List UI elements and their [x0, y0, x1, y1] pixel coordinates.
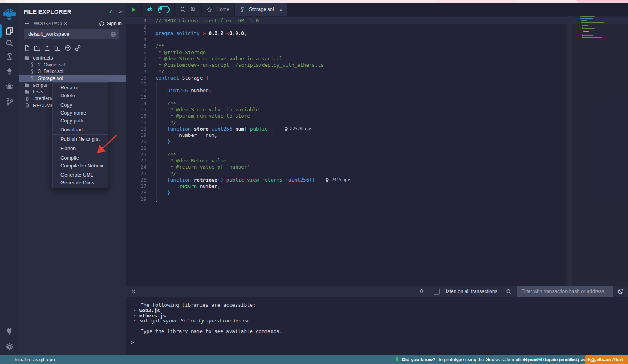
double-chevron-down-icon[interactable]	[131, 289, 137, 295]
line-number: 22	[126, 151, 153, 157]
copilot-toggle-on[interactable]	[158, 6, 170, 13]
deploy-run-icon[interactable]	[0, 65, 19, 78]
terminal-line: •web3.js	[126, 308, 628, 313]
line-number: 19	[126, 132, 153, 138]
listen-all-checkbox[interactable]	[434, 289, 440, 295]
line-number: 5	[126, 43, 153, 49]
line-number: 14	[126, 100, 153, 106]
line-number: 20	[126, 138, 153, 144]
search-icon[interactable]	[506, 289, 512, 295]
settings-icon[interactable]	[0, 340, 19, 353]
menu-item-rename[interactable]: Rename	[53, 84, 108, 92]
git-icon[interactable]	[0, 95, 19, 108]
menu-item-generate-uml[interactable]: Generate UML	[53, 171, 108, 179]
transaction-filter-input[interactable]	[517, 286, 613, 297]
code-line-4: 4	[126, 36, 628, 43]
code-editor[interactable]: 1// SPDX-License-Identifier: GPL-3.023pr…	[126, 16, 628, 286]
code-line-9: 9 */	[126, 68, 628, 75]
new-folder-icon[interactable]	[34, 45, 40, 51]
minimap[interactable]	[580, 16, 622, 40]
zoom-out-icon[interactable]	[180, 6, 186, 13]
hamburger-icon[interactable]	[24, 21, 30, 26]
code-line-1: 1// SPDX-License-Identifier: GPL-3.0	[126, 17, 628, 24]
menu-divider	[53, 170, 108, 170]
tree-item-storage-sol[interactable]: Storage.sol	[19, 75, 126, 82]
code-line-8: 8 * @custom:dev-run-script ./scripts/dep…	[126, 62, 628, 68]
menu-item-compile-for-nahmii[interactable]: Compile for Nahmii	[53, 162, 108, 169]
code-line-17: 17 */	[126, 119, 628, 126]
run-script-button[interactable]	[126, 3, 141, 16]
transaction-count: 0	[420, 289, 423, 294]
line-number: 11	[126, 81, 153, 87]
tree-item-label: Storage.sol	[38, 76, 63, 81]
solidity-icon	[29, 69, 35, 74]
folder-icon	[24, 82, 30, 88]
sign-in-button[interactable]: Sign in	[99, 21, 122, 27]
cube-icon[interactable]	[64, 45, 71, 51]
line-number: 16	[126, 113, 153, 119]
workspace-select[interactable]: default_workspace	[24, 29, 119, 39]
line-number: 15	[126, 107, 153, 113]
tree-item-label: contracts	[33, 55, 53, 61]
indent-guide	[168, 183, 168, 189]
menu-item-publish-file-to-gist[interactable]: Publish file to gist	[53, 135, 108, 143]
menu-divider	[53, 100, 108, 100]
braces-icon: { }	[24, 96, 30, 101]
menu-item-generate-docs[interactable]: Generate Docs	[53, 179, 108, 187]
tree-item-label: tests	[33, 89, 43, 95]
tree-item-2-owner-sol[interactable]: 2_Owner.sol	[19, 61, 126, 68]
browser-tab-shape	[576, 0, 628, 3]
ban-icon[interactable]	[617, 288, 624, 295]
plugin-manager-icon[interactable]	[0, 325, 19, 337]
menu-item-compile[interactable]: Compile	[53, 154, 108, 162]
file-explorer-icon[interactable]	[0, 24, 19, 37]
code-line-22: 22 /**	[126, 151, 628, 157]
solidity-compiler-icon[interactable]	[0, 50, 19, 63]
chevron-right-icon[interactable]: >	[119, 9, 122, 15]
tab-storage-label: Storage.sol	[249, 7, 274, 12]
line-number: 2	[126, 24, 153, 30]
line-number: 10	[126, 75, 153, 81]
lightbulb-icon	[394, 357, 400, 362]
search-icon[interactable]	[0, 37, 19, 49]
tree-item-3-ballot-sol[interactable]: 3_Ballot.sol	[19, 68, 126, 75]
tab-home-label: Home	[216, 7, 229, 12]
solidity-file-icon	[239, 7, 245, 12]
tab-home[interactable]: Home	[202, 3, 234, 16]
debugger-icon[interactable]	[0, 80, 19, 93]
ai-robot-icon[interactable]	[147, 6, 154, 13]
menu-item-copy[interactable]: Copy	[53, 101, 108, 109]
tree-item-contracts[interactable]: contracts	[19, 55, 126, 61]
menu-item-flatten[interactable]: Flatten	[53, 145, 108, 153]
new-file-icon[interactable]	[24, 45, 30, 51]
workspace-stepper-icon[interactable]	[110, 31, 116, 37]
terminal-line: Type the library name to see available c…	[126, 329, 628, 334]
menu-item-copy-path[interactable]: Copy path	[53, 116, 108, 124]
line-number: 26	[126, 177, 153, 183]
remix-logo[interactable]	[0, 5, 19, 23]
init-git-repo-button[interactable]: Initialize as git repo	[15, 357, 55, 362]
upload-folder-icon[interactable]	[54, 45, 61, 51]
check-icon[interactable]: ✓	[109, 8, 113, 15]
close-icon[interactable]: ×	[279, 7, 283, 13]
terminal-output[interactable]: The following libraries are accessible:•…	[126, 297, 628, 355]
menu-divider	[53, 144, 108, 144]
tree-item-label: scripts	[33, 82, 47, 88]
tab-storage-sol[interactable]: Storage.sol ×	[235, 3, 287, 16]
solidity-icon	[29, 62, 35, 67]
menu-item-copy-name[interactable]: Copy name	[53, 109, 108, 116]
line-number: 17	[126, 120, 153, 126]
tip-title: Did you know?	[402, 357, 435, 362]
zoom-in-icon[interactable]	[190, 6, 196, 13]
home-icon	[206, 7, 212, 13]
workspaces-label: WORKSPACES	[34, 21, 68, 26]
code-line-18: 18 function store(uint256 num) public {2…	[126, 126, 628, 132]
folder-open-icon	[24, 55, 30, 61]
menu-item-delete[interactable]: Delete	[53, 92, 108, 100]
link-icon[interactable]	[75, 45, 81, 51]
menu-item-download[interactable]: Download	[53, 126, 108, 134]
code-line-16: 16 * @param num value to store	[126, 113, 628, 119]
gas-estimate-badge: 22520 gas	[285, 126, 312, 131]
terminal-prompt[interactable]: >	[126, 339, 628, 345]
upload-file-icon[interactable]	[44, 45, 51, 51]
